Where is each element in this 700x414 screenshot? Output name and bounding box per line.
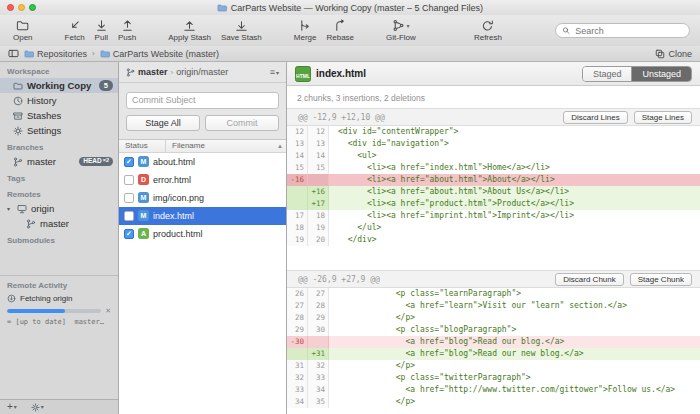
close-window-button[interactable]	[7, 4, 14, 11]
tags-section-label: Tags	[0, 169, 118, 185]
diff-line[interactable]: 14 14 <ul>	[287, 150, 700, 162]
diff-line[interactable]: 31 32 </p>	[287, 360, 700, 372]
branches-section-label: Branches	[0, 138, 118, 154]
file-row[interactable]: M img/icon.png	[119, 189, 286, 207]
old-line-number: 15	[287, 162, 308, 174]
stage-checkbox[interactable]	[124, 229, 134, 239]
sidebar-item-settings[interactable]: Settings	[0, 123, 118, 138]
unstaged-tab[interactable]: Unstaged	[631, 67, 691, 81]
code-text: </p>	[329, 360, 700, 372]
breadcrumb-current-repo[interactable]: CarParts Website (master)	[100, 49, 219, 59]
cancel-fetch-button[interactable]: ✕	[105, 307, 111, 314]
discard-chunk-button[interactable]: Discard Chunk	[555, 273, 623, 286]
commit-button[interactable]: Commit	[205, 115, 279, 131]
diff-line[interactable]: 19 20 </div>	[287, 234, 700, 246]
diff-line[interactable]: -16 <li><a href="about.html">About</a></…	[287, 174, 700, 186]
diff-line[interactable]: 18 19 </ul>	[287, 222, 700, 234]
filename-column-header[interactable]: Filename ▲	[166, 141, 286, 150]
stage-checkbox[interactable]	[124, 175, 134, 185]
clone-button[interactable]: Clone	[655, 49, 692, 59]
sidebar-item-stashes[interactable]: Stashes	[0, 108, 118, 123]
diff-line[interactable]: 33 34 <a href="http://www.twitter.com/gi…	[287, 384, 700, 396]
diff-line[interactable]: +31 <a href="blog">Read our new blog.</a…	[287, 348, 700, 360]
diff-line[interactable]: 17 18 <li><a href="imprint.html">Imprint…	[287, 210, 700, 222]
origin-disclosure-icon[interactable]: ▾	[7, 205, 13, 212]
refresh-icon	[481, 19, 494, 32]
rebase-button[interactable]: Rebase	[321, 16, 359, 45]
diff-line[interactable]: 34 35 </p>	[287, 396, 700, 408]
old-line-number: 17	[287, 210, 308, 222]
new-line-number: 19	[308, 222, 329, 234]
apply-stash-button[interactable]: Apply Stash	[163, 16, 216, 45]
workspace-section-label: Workspace	[0, 62, 118, 78]
chunk-gap	[287, 246, 700, 270]
window-folder-icon	[217, 3, 227, 12]
current-branch-icon	[126, 68, 135, 77]
sidebar-item-history[interactable]: History	[0, 93, 118, 108]
sidebar-settings-button[interactable]: ▾	[31, 403, 44, 412]
save-stash-button[interactable]: Save Stash	[216, 16, 267, 45]
staged-tab[interactable]: Staged	[583, 67, 632, 81]
status-column-header[interactable]: Status	[119, 140, 166, 152]
refresh-button[interactable]: Refresh	[469, 16, 507, 45]
diff-line[interactable]: 29 30 <p class="blogParagraph">	[287, 324, 700, 336]
add-repository-button[interactable]: +▾	[7, 402, 17, 412]
discard-lines-button[interactable]: Discard Lines	[563, 111, 627, 124]
stage-chunk-button[interactable]: Stage Chunk	[630, 273, 692, 286]
sidebar-item-remote-origin[interactable]: ▾ origin	[0, 201, 118, 216]
status-badge: D	[138, 174, 149, 185]
zoom-window-button[interactable]	[29, 4, 36, 11]
file-row[interactable]: D error.html	[119, 171, 286, 189]
diff-header: HTML index.html Staged Unstaged	[287, 62, 700, 86]
settings-label: Settings	[27, 125, 61, 136]
working-copy-icon	[13, 81, 23, 91]
file-name: img/icon.png	[153, 193, 204, 203]
push-button[interactable]: Push	[113, 16, 141, 45]
diff-line[interactable]: 12 12 <div id="contentWrapper">	[287, 126, 700, 138]
diff-line[interactable]: 26 27 <p class="learnParagraph">	[287, 288, 700, 300]
file-row[interactable]: M about.html	[119, 153, 286, 171]
toggle-sidebar-icon[interactable]	[8, 49, 19, 58]
commit-buttons-row: Stage All Commit	[119, 109, 286, 139]
diff-line[interactable]: -30 <a href="blog">Read our blog.</a>	[287, 336, 700, 348]
merge-button[interactable]: Merge	[289, 16, 322, 45]
status-badge: A	[138, 228, 149, 239]
fetch-button[interactable]: Fetch	[60, 16, 90, 45]
file-row[interactable]: A product.html	[119, 225, 286, 243]
diff-line[interactable]: 32 33 <p class="twitterParagraph">	[287, 372, 700, 384]
sidebar-item-working-copy[interactable]: Working Copy 5	[0, 78, 118, 93]
search-field[interactable]	[555, 23, 690, 38]
diff-line[interactable]: +17 <li><a href="product.html">Product</…	[287, 198, 700, 210]
stage-all-button[interactable]: Stage All	[126, 115, 200, 131]
open-button[interactable]: Open	[8, 16, 38, 45]
upstream-branch-label: origin/master	[176, 67, 228, 77]
file-name: error.html	[153, 175, 191, 185]
diff-line[interactable]: 13 13 <div id="navigation">	[287, 138, 700, 150]
commit-subject-input[interactable]	[126, 92, 279, 109]
diff-line[interactable]: +16 <li><a href="about.html">About Us</a…	[287, 186, 700, 198]
fetch-activity-label: Fetching origin	[20, 294, 72, 303]
app-window: CarParts Website — Working Copy (master …	[0, 0, 700, 414]
diff-line[interactable]: 15 15 <li><a href="index.html">Home</a><…	[287, 162, 700, 174]
old-line-number	[287, 198, 308, 210]
stage-lines-button[interactable]: Stage Lines	[634, 111, 692, 124]
pull-button[interactable]: Pull	[90, 16, 113, 45]
breadcrumb-repositories[interactable]: Repositories	[24, 49, 87, 59]
gitflow-button[interactable]: ▾ Git-Flow	[381, 16, 421, 45]
sidebar-bottom-bar: +▾ ▾	[0, 399, 118, 414]
filename-column-label: Filename	[172, 141, 205, 150]
gitflow-caret-icon: ▾	[406, 22, 409, 29]
old-line-number: 33	[287, 384, 308, 396]
sidebar-item-branch-master[interactable]: master HEAD×2	[0, 154, 118, 169]
stage-checkbox[interactable]	[124, 211, 134, 221]
minimize-window-button[interactable]	[18, 4, 25, 11]
search-input[interactable]	[573, 25, 683, 37]
new-line-number: 28	[308, 300, 329, 312]
file-row[interactable]: M index.html	[119, 207, 286, 225]
view-options-button[interactable]: ≡▾	[270, 67, 279, 77]
sidebar-item-remote-master[interactable]: master	[0, 216, 118, 231]
diff-line[interactable]: 27 28 <a href="learn">Visit our "learn" …	[287, 300, 700, 312]
stage-checkbox[interactable]	[124, 157, 134, 167]
stage-checkbox[interactable]	[124, 193, 134, 203]
diff-line[interactable]: 28 29 </p>	[287, 312, 700, 324]
